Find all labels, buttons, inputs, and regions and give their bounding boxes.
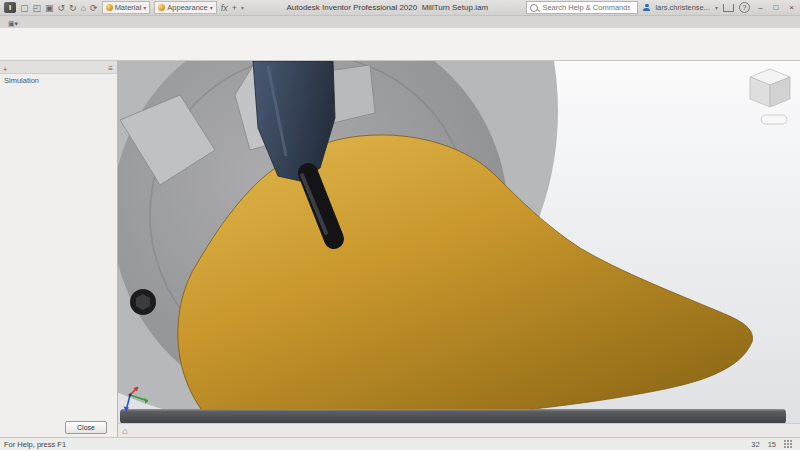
window-title: Autodesk Inventor Professional 2020 Mill… xyxy=(248,3,526,12)
refresh-icon[interactable]: ⟳ xyxy=(90,3,98,13)
store-cart-icon[interactable] xyxy=(723,4,734,12)
user-icon xyxy=(643,4,650,11)
title-bar: I ▢ ◰ ▣ ↺ ↻ ⌂ ⟳ Material ▾ Appearance ▾ … xyxy=(0,0,800,16)
add-icon[interactable]: + xyxy=(232,3,237,13)
ribbon xyxy=(0,28,800,61)
user-name[interactable]: lars.christense... xyxy=(655,3,710,12)
material-label: Material xyxy=(115,3,142,12)
search-icon xyxy=(530,4,538,12)
stock-table[interactable] xyxy=(120,409,786,423)
fx-icon[interactable]: fx xyxy=(221,3,228,13)
panel-sections xyxy=(0,88,117,90)
model-scene[interactable] xyxy=(118,61,800,423)
inventor-logo[interactable]: I xyxy=(4,2,16,13)
material-sphere-icon xyxy=(106,4,113,11)
view-cube[interactable] xyxy=(750,69,790,107)
close-simulation-button[interactable]: Close xyxy=(65,421,107,434)
open-icon[interactable]: ◰ xyxy=(33,3,42,13)
quick-access-toolbar: I ▢ ◰ ▣ ↺ ↻ ⌂ ⟳ Material ▾ Appearance ▾ … xyxy=(0,1,248,14)
undo-icon[interactable]: ↺ xyxy=(58,3,66,13)
home-tab-icon[interactable]: ⌂ xyxy=(118,426,132,436)
redo-icon[interactable]: ↻ xyxy=(69,3,77,13)
add-panel-tab-button[interactable]: + xyxy=(0,66,10,73)
status-bar: For Help, press F1 32 15 xyxy=(0,437,800,450)
panel-tab-strip: + ≡ xyxy=(0,61,117,74)
new-document-icon[interactable]: ▢ xyxy=(20,3,29,13)
panel-menu-icon[interactable]: ≡ xyxy=(104,64,117,73)
restore-button[interactable]: □ xyxy=(770,3,781,12)
appearance-label: Appearance xyxy=(167,3,207,12)
status-counter-left: 32 xyxy=(751,440,759,449)
appearance-sphere-icon xyxy=(158,4,165,11)
close-window-button[interactable]: × xyxy=(786,3,797,12)
search-input[interactable] xyxy=(540,2,632,13)
qat-expander-icon[interactable]: ▾ xyxy=(241,4,244,11)
browser-panel: + ≡ Simulation Close xyxy=(0,61,118,437)
viewport-3d[interactable] xyxy=(118,61,800,423)
status-help-text: For Help, press F1 xyxy=(0,440,751,449)
chevron-down-icon: ▾ xyxy=(143,4,146,11)
chevron-down-icon: ▾ xyxy=(210,4,213,11)
minimize-button[interactable]: – xyxy=(755,3,765,12)
chevron-down-icon[interactable]: ▾ xyxy=(715,4,718,11)
save-icon[interactable]: ▣ xyxy=(45,3,54,13)
ribbon-tab-strip: ▣▾ xyxy=(0,16,800,28)
home-icon[interactable]: ⌂ xyxy=(81,3,86,13)
search-box[interactable] xyxy=(526,1,638,14)
document-tab-bar: ⌂ xyxy=(118,423,800,437)
status-counter-right: 15 xyxy=(768,440,776,449)
ribbon-display-options-icon[interactable]: ▣▾ xyxy=(4,20,22,28)
panel-title: Simulation xyxy=(0,74,117,86)
appearance-dropdown[interactable]: Appearance ▾ xyxy=(154,1,216,14)
navigation-bar[interactable] xyxy=(761,115,787,124)
material-dropdown[interactable]: Material ▾ xyxy=(102,1,151,14)
grid-status-icon[interactable] xyxy=(784,440,792,448)
help-icon[interactable]: ? xyxy=(739,2,750,13)
